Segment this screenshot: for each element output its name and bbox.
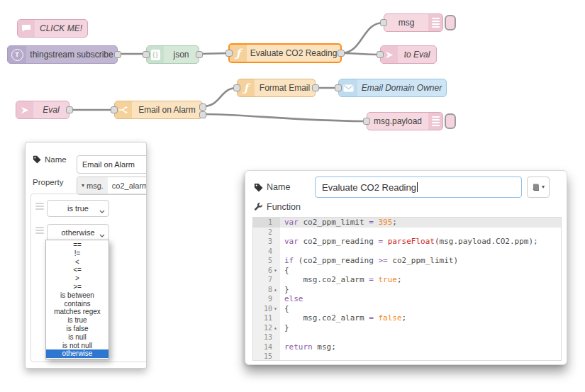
dropdown-option[interactable]: matches regex	[46, 308, 108, 316]
gutter-cell[interactable]: 9	[253, 294, 280, 304]
input-port[interactable]	[377, 51, 384, 58]
gutter-cell[interactable]: 8▴	[253, 285, 280, 295]
node-msg[interactable]: msg	[384, 13, 443, 32]
dropdown-option[interactable]: >=	[46, 283, 108, 291]
wire[interactable]	[199, 53, 228, 54]
gutter-cell[interactable]: 6▾	[253, 266, 280, 276]
switch-name-input[interactable]: Email on Alarm	[77, 155, 147, 174]
output-port[interactable]	[114, 51, 121, 58]
node-to-eval[interactable]: to Eval	[380, 45, 437, 64]
output-port[interactable]	[66, 106, 73, 113]
debug-lines-icon	[428, 113, 442, 130]
dropdown-option[interactable]: is true	[46, 316, 108, 325]
output-port[interactable]	[338, 50, 345, 57]
debug-toggle-button[interactable]	[445, 113, 456, 129]
input-port[interactable]	[363, 118, 370, 125]
wire[interactable]	[203, 114, 367, 121]
code-line[interactable]: msg.co2_alarm = true;	[284, 275, 561, 285]
code-line[interactable]: msg.co2_alarm = false;	[284, 313, 561, 323]
code-line[interactable]	[284, 352, 561, 361]
node-label: thingstream subscribe	[26, 50, 117, 60]
output-port[interactable]	[312, 84, 319, 91]
dropdown-option[interactable]: ==	[46, 241, 108, 250]
node-thingstream-subscribe[interactable]: T thingstream subscribe	[7, 45, 118, 64]
tag-icon	[254, 183, 263, 192]
debug-lines-icon	[428, 14, 442, 31]
node-email-domain-owner[interactable]: Email Domain Owner	[338, 79, 447, 97]
property-type-select[interactable]: ▾ msg.	[77, 177, 108, 194]
editor-code[interactable]: var co2_ppm_limit = 395; var co2_ppm_rea…	[280, 218, 561, 360]
wire[interactable]	[341, 23, 384, 53]
dropdown-option[interactable]: <	[46, 258, 108, 267]
input-port[interactable]	[143, 51, 150, 58]
tag-icon	[33, 155, 41, 164]
input-port[interactable]	[233, 84, 240, 91]
code-line[interactable]: {	[284, 304, 561, 314]
gutter-cell[interactable]: 1	[253, 218, 280, 228]
code-editor[interactable]: 123456▾78▴910▾1112▴131415 var co2_ppm_li…	[252, 217, 562, 361]
text-caret	[417, 182, 418, 192]
gutter-cell[interactable]: 10▾	[253, 304, 280, 314]
code-line[interactable]: return msg;	[284, 342, 561, 352]
output-port-1[interactable]	[199, 103, 206, 111]
property-field[interactable]: ▾ msg. co2_alarm	[77, 177, 147, 195]
code-line[interactable]: if (co2_ppm_reading >= co2_ppm_limit)	[284, 256, 561, 266]
code-line[interactable]	[284, 247, 561, 257]
code-line[interactable]: var co2_ppm_reading = parseFloat(msg.pay…	[284, 237, 561, 247]
dropdown-option[interactable]: <=	[46, 266, 108, 274]
code-line[interactable]	[284, 228, 561, 237]
node-json[interactable]: { } json	[146, 45, 199, 64]
code-line[interactable]: else	[284, 294, 561, 304]
debug-toggle-button[interactable]	[445, 15, 456, 30]
rule-1-operator-select[interactable]: is true	[47, 200, 109, 217]
gutter-cell[interactable]: 14	[253, 342, 280, 352]
dropdown-option[interactable]: is not null	[46, 342, 108, 350]
function-name-input[interactable]: Evaluate CO2 Reading	[315, 177, 522, 198]
node-evaluate-co2-reading[interactable]: ƒ Evaluate CO2 Reading	[228, 43, 342, 63]
gutter-cell[interactable]: 11	[253, 313, 280, 323]
gutter-cell[interactable]: 2	[253, 228, 280, 237]
code-line[interactable]: {	[284, 266, 561, 276]
library-button[interactable]: ▾	[527, 177, 550, 198]
dropdown-option[interactable]: >	[46, 274, 108, 283]
chevron-down-icon: ▾	[542, 184, 545, 190]
dropdown-option[interactable]: is between	[46, 291, 108, 300]
node-format-email[interactable]: ƒ Format Email	[237, 79, 316, 97]
flow-canvas: CLICK ME! T thingstream subscribe { } js…	[0, 0, 585, 392]
input-port[interactable]	[380, 19, 387, 26]
code-line[interactable]: }	[284, 323, 561, 333]
gutter-cell[interactable]: 12▴	[253, 323, 280, 333]
input-port[interactable]	[335, 84, 342, 91]
property-value-input[interactable]: co2_alarm	[108, 177, 147, 194]
dropdown-option[interactable]: is false	[46, 325, 108, 333]
dropdown-option[interactable]: !=	[46, 250, 108, 258]
node-msg-payload[interactable]: msg.payload	[367, 112, 443, 130]
code-line[interactable]	[284, 332, 561, 342]
rule-2-operator-select[interactable]: otherwise	[47, 224, 109, 241]
dropdown-option[interactable]: otherwise	[46, 349, 108, 358]
gutter-cell[interactable]: 7	[253, 275, 280, 285]
output-port-2[interactable]	[199, 111, 206, 118]
name-field-label: Name	[267, 182, 290, 192]
node-eval[interactable]: Eval	[16, 101, 69, 119]
gutter-cell[interactable]: 15	[253, 352, 280, 361]
node-click-me[interactable]: CLICK ME!	[17, 19, 88, 38]
output-port[interactable]	[196, 51, 203, 58]
operator-dropdown: ==!=<<=>>=is betweencontainsmatches rege…	[45, 240, 109, 359]
node-email-on-alarm[interactable]: Email on Alarm	[114, 101, 203, 119]
gutter-cell[interactable]: 5	[253, 256, 280, 266]
dropdown-option[interactable]: contains	[46, 300, 108, 308]
dropdown-option[interactable]: is null	[46, 333, 108, 342]
link-arrow-icon	[16, 101, 33, 118]
wire[interactable]	[341, 53, 380, 55]
wire[interactable]	[203, 88, 237, 106]
drag-handle-icon[interactable]	[35, 203, 44, 210]
gutter-cell[interactable]: 3	[253, 237, 280, 247]
code-line[interactable]: var co2_ppm_limit = 395;	[280, 218, 561, 228]
gutter-cell[interactable]: 4	[253, 247, 280, 257]
code-line[interactable]: }	[284, 285, 561, 295]
input-port[interactable]	[225, 50, 233, 57]
input-port[interactable]	[111, 106, 118, 113]
drag-handle-icon[interactable]	[35, 227, 44, 234]
gutter-cell[interactable]: 13	[253, 332, 280, 342]
